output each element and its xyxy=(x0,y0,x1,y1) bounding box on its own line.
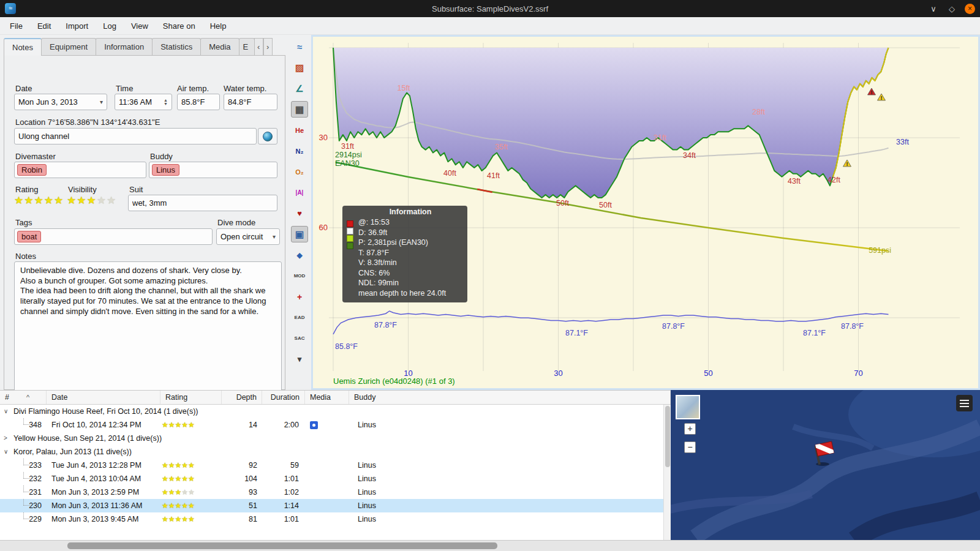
star-icon: ★ xyxy=(77,195,86,206)
toolbar-pp-o2-icon[interactable]: O₂ xyxy=(291,163,308,180)
menu-file[interactable]: File xyxy=(2,17,30,35)
maximize-button-icon[interactable]: ◇ xyxy=(946,4,957,13)
dive-row[interactable]: 232Tue Jun 4, 2013 10:04 AM★★★★★1041:01L… xyxy=(0,472,671,485)
notes-tab-panel: Date Mon Jun 3, 2013▾ Time 11:36 AM ▲▼ A… xyxy=(4,55,285,390)
water-temp-field[interactable] xyxy=(224,94,277,110)
tab-notes[interactable]: Notes xyxy=(4,38,42,56)
menu-view[interactable]: View xyxy=(124,17,156,35)
dive-media-cell xyxy=(305,418,349,432)
tags-field[interactable]: boat xyxy=(14,228,213,245)
dive-row[interactable]: 233Tue Jun 4, 2013 12:28 PM★★★★★9259Linu… xyxy=(0,459,671,472)
menu-help[interactable]: Help xyxy=(203,17,234,35)
visibility-stars[interactable]: ★★★★★ xyxy=(67,194,116,207)
column-header-rating[interactable]: Rating xyxy=(160,391,222,404)
dive-profile-panel: 15ft31ft2914psiEAN3040ft41ft35ft50ft50ft… xyxy=(311,35,980,390)
column-header-media[interactable]: Media xyxy=(305,391,349,404)
star-icon: ★ xyxy=(188,474,195,483)
dive-date: Tue Jun 4, 2013 10:04 AM xyxy=(47,472,160,485)
menu-share-on[interactable]: Share on xyxy=(156,17,203,35)
location-field[interactable] xyxy=(14,128,257,144)
toolbar-scale-icon[interactable]: ▦ xyxy=(291,101,308,118)
svg-text:Uemis Zurich (e04d0248) (#1 of: Uemis Zurich (e04d0248) (#1 of 3) xyxy=(333,377,455,386)
chevron-expanded-icon[interactable]: ∨ xyxy=(4,445,8,459)
menu-edit[interactable]: Edit xyxy=(30,17,58,35)
dive-row[interactable]: 230Mon Jun 3, 2013 11:36 AM★★★★★511:14Li… xyxy=(0,499,671,512)
map-zoom-in-button[interactable]: + xyxy=(684,423,696,435)
tab-e[interactable]: E xyxy=(239,38,255,56)
dive-row[interactable]: 231Mon Jun 3, 2013 2:59 PM★★★★★931:02Lin… xyxy=(0,485,671,499)
tab-equipment[interactable]: Equipment xyxy=(41,38,96,56)
buddy-token[interactable]: Linus xyxy=(152,164,179,176)
trip-row[interactable]: ∨Divi Flamingo House Reef, Fri Oct 10, 2… xyxy=(0,405,671,418)
toolbar-pp-he-icon[interactable]: He xyxy=(291,122,308,138)
notes-textarea[interactable]: Unbelievable dive. Dozens and dozens of … xyxy=(14,261,282,401)
dive-site-flag-icon[interactable] xyxy=(810,439,839,467)
map-globe-button[interactable] xyxy=(258,128,277,144)
scrollbar-thumb[interactable] xyxy=(665,406,670,467)
media-photo-icon[interactable] xyxy=(310,421,318,429)
dive-list-scrollbar[interactable] xyxy=(663,405,671,540)
toolbar-tissues-icon[interactable]: ◆ xyxy=(291,247,308,263)
minimize-button-icon[interactable]: ∨ xyxy=(928,4,939,13)
svg-text:31ft: 31ft xyxy=(341,142,354,151)
profile-info-box: Information @: 15:53D: 36.9ftP: 2,381psi… xyxy=(342,206,467,302)
divemaster-token[interactable]: Robin xyxy=(17,164,47,176)
dive-duration: 59 xyxy=(262,459,305,472)
toolbar-heart-rate-icon[interactable]: ♥ xyxy=(291,205,308,222)
event-color-legend xyxy=(347,220,353,249)
dive-mode-select[interactable]: Open circuit▾ xyxy=(216,228,280,245)
column-header-date[interactable]: Date xyxy=(47,391,160,404)
air-temp-field[interactable] xyxy=(177,94,220,110)
tab-scroll-left-icon[interactable]: ‹ xyxy=(254,38,263,56)
column-header-duration[interactable]: Duration xyxy=(262,391,305,404)
map-panel[interactable]: + − xyxy=(671,390,980,540)
svg-text:30: 30 xyxy=(554,369,562,378)
dive-profile-chart[interactable]: 15ft31ft2914psiEAN3040ft41ft35ft50ft50ft… xyxy=(313,37,978,388)
minimap-thumbnail[interactable] xyxy=(676,395,700,419)
suit-field[interactable] xyxy=(128,195,277,211)
dive-row[interactable]: 229Mon Jun 3, 2013 9:45 AM★★★★★811:01Lin… xyxy=(0,512,671,526)
map-zoom-out-button[interactable]: − xyxy=(684,441,696,453)
toolbar-sac-icon[interactable]: SAC xyxy=(291,330,308,347)
toolbar-ruler-icon[interactable]: ∠ xyxy=(291,80,308,97)
toolbar-scroll-down-icon[interactable]: ▾ xyxy=(291,351,308,367)
toolbar-deco-info-icon[interactable]: + xyxy=(291,288,308,305)
profile-toolbar: ≈▨∠▦HeN₂O₂|A|♥▣◆MOD+EADSAC▾ xyxy=(288,35,311,390)
divemaster-field[interactable]: Robin xyxy=(14,162,146,178)
chevron-collapsed-icon[interactable]: > xyxy=(4,432,7,445)
buddy-field[interactable]: Linus xyxy=(149,162,277,178)
date-select[interactable]: Mon Jun 3, 2013▾ xyxy=(14,94,107,110)
horizontal-scrollbar[interactable] xyxy=(0,540,980,551)
menu-log[interactable]: Log xyxy=(96,17,124,35)
column-header-depth[interactable]: Depth xyxy=(222,391,262,404)
tab-information[interactable]: Information xyxy=(96,38,153,56)
star-icon: ★ xyxy=(168,488,175,497)
toolbar-ambient-pressure-icon[interactable]: |A| xyxy=(291,184,308,201)
time-spinner[interactable]: 11:36 AM ▲▼ xyxy=(115,94,172,110)
tab-scroll-right-icon[interactable]: › xyxy=(263,38,273,56)
scrollbar-thumb[interactable] xyxy=(67,542,497,549)
menu-import[interactable]: Import xyxy=(58,17,96,35)
globe-icon xyxy=(263,132,273,141)
column-header-buddy[interactable]: Buddy xyxy=(349,391,671,404)
tag-token[interactable]: boat xyxy=(17,231,41,242)
toolbar-ead-icon[interactable]: EAD xyxy=(291,309,308,326)
chevron-expanded-icon[interactable]: ∨ xyxy=(4,405,8,418)
trip-row[interactable]: >Yellow House, Sun Sep 21, 2014 (1 dive(… xyxy=(0,432,671,445)
toolbar-mod-icon[interactable]: MOD xyxy=(291,268,308,284)
tab-media[interactable]: Media xyxy=(200,38,239,56)
star-icon: ★ xyxy=(97,195,107,206)
rating-stars[interactable]: ★★★★★ xyxy=(14,194,64,207)
spinner-arrows-icon[interactable]: ▲▼ xyxy=(164,99,168,106)
tab-statistics[interactable]: Statistics xyxy=(152,38,201,56)
trip-row[interactable]: ∨Koror, Palau, Jun 2013 (11 dive(s)) xyxy=(0,445,671,459)
column-header-num[interactable]: #^ xyxy=(0,391,47,404)
toolbar-dc-ceiling-icon[interactable]: ≈ xyxy=(291,39,308,55)
toolbar-calc-ceiling-icon[interactable]: ▨ xyxy=(291,59,308,76)
close-button-icon[interactable]: × xyxy=(965,4,975,14)
toolbar-photos-icon[interactable]: ▣ xyxy=(291,226,308,242)
toolbar-pp-n2-icon[interactable]: N₂ xyxy=(291,143,308,159)
map-menu-button[interactable] xyxy=(956,395,973,411)
tab-bar: NotesEquipmentInformationStatisticsMedia… xyxy=(4,38,285,56)
dive-row[interactable]: 348Fri Oct 10, 2014 12:34 PM★★★★★142:00L… xyxy=(0,418,671,432)
